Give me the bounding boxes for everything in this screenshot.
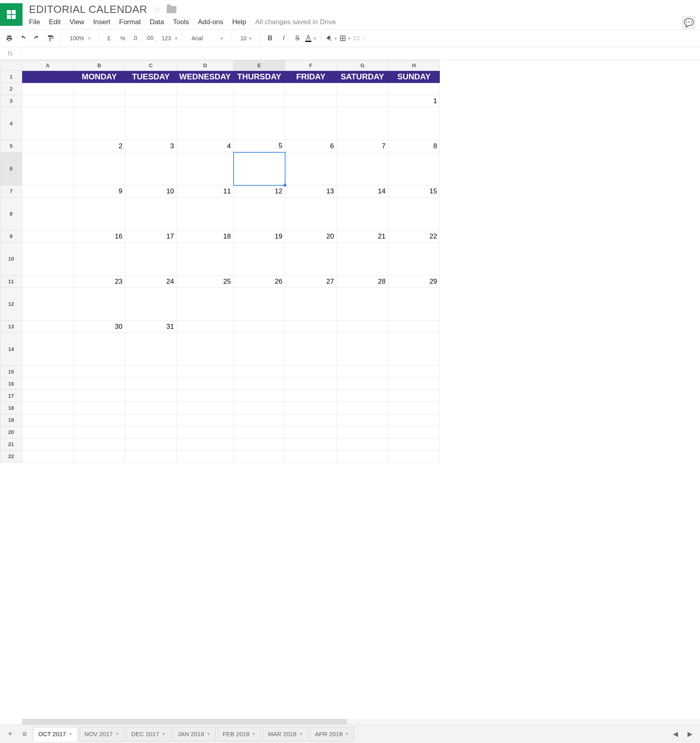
cell-B20[interactable]	[74, 426, 125, 438]
row-header-8[interactable]: 8	[0, 197, 22, 230]
redo-button[interactable]	[31, 32, 43, 44]
cell-G2[interactable]	[337, 83, 388, 95]
cell-F19[interactable]	[285, 414, 337, 426]
cell-F18[interactable]	[285, 402, 337, 414]
currency-button[interactable]: £	[103, 32, 115, 44]
row-header-22[interactable]: 22	[0, 450, 22, 463]
cell-F11[interactable]: 27	[285, 276, 337, 288]
font-size-select[interactable]: 10 ▼	[235, 35, 255, 42]
cell-D3[interactable]	[177, 95, 234, 107]
cell-C17[interactable]	[125, 390, 177, 402]
cell-H11[interactable]: 29	[388, 276, 440, 288]
menu-edit[interactable]: Edit	[49, 18, 60, 26]
row-header-1[interactable]: 1	[0, 71, 22, 83]
text-color-button[interactable]: A▼	[305, 32, 317, 44]
font-select[interactable]: Arial ▼	[186, 35, 227, 42]
menu-view[interactable]: View	[70, 18, 85, 26]
cell-E14[interactable]	[234, 333, 285, 366]
cell-B5[interactable]: 2	[74, 140, 125, 152]
cell-B19[interactable]	[74, 414, 125, 426]
cell-A22[interactable]	[22, 450, 74, 463]
cell-G11[interactable]: 28	[337, 276, 388, 288]
cell-H8[interactable]	[388, 197, 440, 230]
cell-A3[interactable]	[22, 95, 74, 107]
cell-F17[interactable]	[285, 390, 337, 402]
cell-B14[interactable]	[74, 333, 125, 366]
cell-B7[interactable]: 9	[74, 185, 125, 197]
cell-D9[interactable]: 18	[177, 230, 234, 243]
cell-E15[interactable]	[234, 366, 285, 378]
cell-C20[interactable]	[125, 426, 177, 438]
cell-H13[interactable]	[388, 321, 440, 333]
cell-D18[interactable]	[177, 402, 234, 414]
cell-E1[interactable]: THURSDAY	[234, 71, 285, 83]
cell-C11[interactable]: 24	[125, 276, 177, 288]
cell-A16[interactable]	[22, 378, 74, 390]
cell-H15[interactable]	[388, 366, 440, 378]
cell-F2[interactable]	[285, 83, 337, 95]
cell-H7[interactable]: 15	[388, 185, 440, 197]
cell-H14[interactable]	[388, 333, 440, 366]
cell-H16[interactable]	[388, 378, 440, 390]
cell-G7[interactable]: 14	[337, 185, 388, 197]
cell-A21[interactable]	[22, 438, 74, 450]
cell-C16[interactable]	[125, 378, 177, 390]
cell-A11[interactable]	[22, 276, 74, 288]
cell-F3[interactable]	[285, 95, 337, 107]
cell-B8[interactable]	[74, 197, 125, 230]
cell-A17[interactable]	[22, 390, 74, 402]
cell-F4[interactable]	[285, 107, 337, 140]
cell-G20[interactable]	[337, 426, 388, 438]
cell-E13[interactable]	[234, 321, 285, 333]
cell-D19[interactable]	[177, 414, 234, 426]
cell-D12[interactable]	[177, 288, 234, 321]
column-header-D[interactable]: D	[177, 60, 234, 71]
paint-format-button[interactable]	[44, 32, 56, 44]
cell-B13[interactable]: 30	[74, 321, 125, 333]
cell-G9[interactable]: 21	[337, 230, 388, 243]
cell-D5[interactable]: 4	[177, 140, 234, 152]
cell-D11[interactable]: 25	[177, 276, 234, 288]
cell-D22[interactable]	[177, 450, 234, 463]
cell-D21[interactable]	[177, 438, 234, 450]
select-all-corner[interactable]	[0, 60, 22, 71]
row-header-4[interactable]: 4	[0, 107, 22, 140]
cell-B10[interactable]	[74, 243, 125, 276]
row-header-20[interactable]: 20	[0, 426, 22, 438]
column-header-H[interactable]: H	[388, 60, 440, 71]
cell-H17[interactable]	[388, 390, 440, 402]
row-header-19[interactable]: 19	[0, 414, 22, 426]
cell-G6[interactable]	[337, 152, 388, 185]
menu-format[interactable]: Format	[119, 18, 141, 26]
column-header-A[interactable]: A	[22, 60, 74, 71]
bold-button[interactable]: B	[264, 32, 276, 44]
comments-button[interactable]: 💬	[682, 16, 695, 29]
cell-F10[interactable]	[285, 243, 337, 276]
menu-data[interactable]: Data	[150, 18, 164, 26]
column-header-F[interactable]: F	[285, 60, 337, 71]
cell-D15[interactable]	[177, 366, 234, 378]
cell-A20[interactable]	[22, 426, 74, 438]
cell-C4[interactable]	[125, 107, 177, 140]
cell-G5[interactable]: 7	[337, 140, 388, 152]
cell-F16[interactable]	[285, 378, 337, 390]
spreadsheet-grid[interactable]: ABCDEFGH1MONDAYTUESDAYWEDNESDAYTHURSDAYF…	[0, 60, 700, 718]
cell-D20[interactable]	[177, 426, 234, 438]
cell-F8[interactable]	[285, 197, 337, 230]
column-header-B[interactable]: B	[74, 60, 125, 71]
cell-G21[interactable]	[337, 438, 388, 450]
cell-B9[interactable]: 16	[74, 230, 125, 243]
cell-B3[interactable]	[74, 95, 125, 107]
cell-B21[interactable]	[74, 438, 125, 450]
cell-H18[interactable]	[388, 402, 440, 414]
cell-B12[interactable]	[74, 288, 125, 321]
cell-C7[interactable]: 10	[125, 185, 177, 197]
row-header-14[interactable]: 14	[0, 333, 22, 366]
menu-file[interactable]: File	[29, 18, 40, 26]
cell-F15[interactable]	[285, 366, 337, 378]
cell-F22[interactable]	[285, 450, 337, 463]
row-header-21[interactable]: 21	[0, 438, 22, 450]
cell-E3[interactable]	[234, 95, 285, 107]
cell-A10[interactable]	[22, 243, 74, 276]
cell-H2[interactable]	[388, 83, 440, 95]
